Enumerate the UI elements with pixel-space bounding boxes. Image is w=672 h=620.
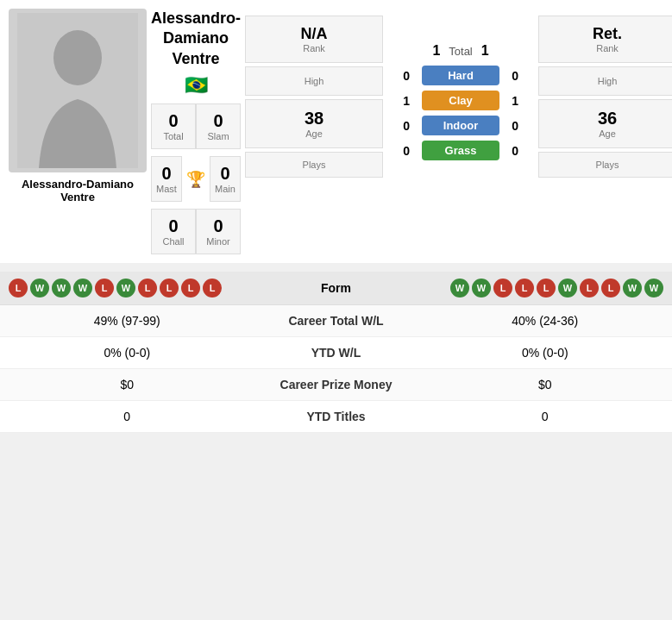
sr-right-3: 0 [431,410,660,423]
total-right-val: 1 [481,43,489,59]
form-row: LWWWLWLLLL Form WWLLLWLLWW [0,272,672,305]
right-high-box: High [538,66,672,96]
left-mast-val: 0 [156,164,177,184]
left-total-lbl: Total [156,131,191,141]
left-high-box: High [245,66,383,96]
right-age-box: 36 Age [538,99,672,148]
right-plays-lbl: Plays [546,160,669,170]
left-player-stats: Alessandro-Damiano Ventre 🇧🇷 0 Total 0 S… [147,9,245,254]
left-chall-val: 0 [156,216,191,236]
left-player-name-under: Alessandro-Damiano Ventre [9,178,147,204]
form-badges-left: LWWWLWLLLL [9,279,250,297]
left-mast-lbl: Mast [156,184,177,194]
left-slam-lbl: Slam [201,131,236,141]
left-main-lbl: Main [215,184,236,194]
form-badge-right: W [623,279,642,297]
hard-right: 0 [506,69,524,83]
left-player-photo: Alessandro-Damiano Ventre [9,9,147,254]
left-trophy: 🏆 [182,156,210,202]
indoor-button: Indoor [422,116,499,135]
sr-right-2: $0 [431,378,660,391]
left-silhouette [9,9,147,172]
right-rank-box: Ret. Rank [538,16,672,63]
left-slam-box: 0 Slam [196,103,241,149]
center-column: N/A Rank High 38 Age Plays [245,9,383,254]
sr-right-1: 0% (0-0) [431,346,660,360]
form-label: Form [250,281,423,295]
surfaces-column: 1 Total 1 0 Hard 0 1 Clay 1 [383,9,538,254]
hard-button: Hard [422,66,499,85]
form-badge-left: L [160,279,179,297]
grass-left: 0 [398,144,415,158]
left-rank-box: N/A Rank [245,16,383,63]
left-minor-lbl: Minor [201,236,236,247]
left-player-name: Alessandro-Damiano Ventre [151,9,241,69]
stats-rows-container: 49% (97-99) Career Total W/L 40% (24-36)… [0,305,672,433]
left-titles-row2: 0 Mast 🏆 0 Main [151,156,241,202]
left-total-box: 0 Total [151,103,196,149]
clay-left: 1 [398,94,415,108]
left-rank-val: N/A [254,25,374,43]
form-badge-left: L [138,279,157,297]
stats-row: 0 YTD Titles 0 [0,401,672,433]
clay-button: Clay [422,91,499,110]
sr-center-1: YTD W/L [242,346,431,360]
form-badge-right: L [493,279,512,297]
left-titles-row3: 0 Chall 0 Minor [151,209,241,254]
right-plays-box: Plays [538,152,672,178]
left-flag: 🇧🇷 [185,74,208,97]
left-high-lbl: High [254,76,374,86]
form-badge-left: W [116,279,135,297]
total-left-val: 1 [432,43,440,59]
right-age-lbl: Age [548,128,667,139]
indoor-row: 0 Indoor 0 [383,116,538,135]
left-minor-box: 0 Minor [196,209,241,254]
bottom-section: LWWWLWLLLL Form WWLLLWLLWW 49% (97-99) C… [0,272,672,433]
right-age-val: 36 [548,109,667,128]
sr-right-0: 40% (24-36) [431,314,660,328]
form-badges-right: WWLLLWLLWW [423,279,664,297]
indoor-left: 0 [398,119,415,133]
form-badge-left: W [30,279,49,297]
total-row: 1 Total 1 [432,43,488,59]
form-badge-left: L [9,279,28,297]
form-badge-right: W [450,279,469,297]
left-title-row: 0 Total 0 Slam [151,103,241,149]
form-badge-left: L [95,279,114,297]
left-rank-lbl: Rank [254,43,374,53]
left-slam-val: 0 [201,111,236,131]
clay-right: 1 [506,94,524,108]
right-rank-val: Ret. [548,25,667,43]
left-age-box: 38 Age [245,99,383,148]
right-high-lbl: High [548,76,667,86]
left-age-val: 38 [254,109,374,128]
left-age-lbl: Age [254,128,374,139]
form-badge-right: L [515,279,534,297]
total-label: Total [449,45,472,58]
sr-left-2: $0 [13,378,242,391]
hard-left: 0 [398,69,415,83]
right-center-col: Ret. Rank High 36 Age Plays [538,9,672,254]
grass-button: Grass [422,141,499,160]
form-badge-right: W [558,279,577,297]
form-badge-right: L [580,279,599,297]
sr-left-3: 0 [13,410,242,423]
sr-left-0: 49% (97-99) [13,314,242,328]
sr-center-3: YTD Titles [242,410,431,423]
left-plays-box: Plays [245,152,383,178]
comparison-section: Alessandro-Damiano Ventre Alessandro-Dam… [0,0,672,263]
main-container: Alessandro-Damiano Ventre Alessandro-Dam… [0,0,672,433]
form-badge-left: W [73,279,92,297]
grass-right: 0 [506,144,524,158]
form-badge-right: W [644,279,663,297]
form-badge-left: L [203,279,222,297]
svg-point-1 [53,30,102,85]
right-rank-lbl: Rank [548,43,667,53]
grass-row: 0 Grass 0 [383,141,538,160]
left-photo-box [9,9,147,172]
form-badge-right: L [537,279,556,297]
sr-center-2: Career Prize Money [242,378,431,391]
sr-left-1: 0% (0-0) [13,346,242,360]
form-badge-right: W [472,279,491,297]
left-main-box: 0 Main [210,156,241,202]
